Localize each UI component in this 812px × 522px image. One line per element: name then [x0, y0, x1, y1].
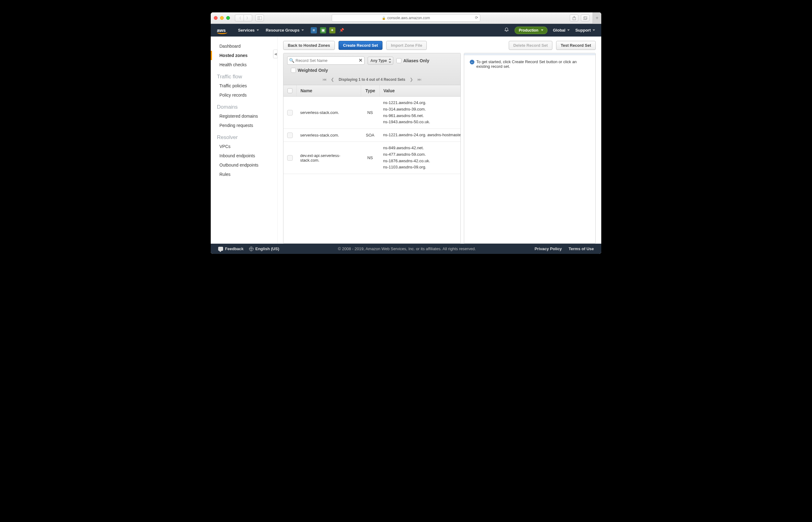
- forward-button[interactable]: 〉: [244, 15, 252, 21]
- notifications-icon[interactable]: [504, 27, 509, 34]
- search-wrapper: 🔍 ✕: [287, 56, 365, 65]
- footer-copyright: © 2008 - 2019, Amazon Web Services, Inc.…: [338, 246, 476, 251]
- globe-icon: [249, 247, 253, 251]
- sidebar-item-outbound-endpoints[interactable]: Outbound endpoints: [211, 160, 277, 170]
- terms-link[interactable]: Terms of Use: [569, 246, 594, 251]
- column-header-name[interactable]: Name: [296, 85, 361, 96]
- checkbox-icon: [291, 68, 296, 73]
- back-button[interactable]: 〈: [235, 15, 244, 21]
- environment-selector[interactable]: Production: [515, 27, 547, 34]
- traffic-lights: [214, 16, 230, 20]
- minimize-window-icon[interactable]: [220, 16, 224, 20]
- table-row[interactable]: serverless-stack.com.NSns-1221.awsdns-24…: [284, 97, 460, 129]
- svg-rect-5: [584, 16, 587, 19]
- sidebar-item-health-checks[interactable]: Health checks: [211, 60, 277, 69]
- clear-search-icon[interactable]: ✕: [359, 58, 363, 63]
- share-button[interactable]: [570, 15, 578, 21]
- sidebar-item-vpcs[interactable]: VPCs: [211, 142, 277, 151]
- pin-icon[interactable]: 📌: [338, 27, 345, 34]
- sidebar-item-hosted-zones[interactable]: Hosted zones: [211, 51, 277, 60]
- sidebar-section-resolver: Resolver: [211, 130, 277, 142]
- prev-page-icon[interactable]: ❮: [331, 77, 334, 82]
- column-header-value[interactable]: Value: [379, 85, 460, 96]
- reload-icon[interactable]: ⟳: [475, 16, 478, 20]
- select-all-checkbox[interactable]: [288, 88, 292, 93]
- browser-window: 〈 〉 🔒 console.aws.amazon.com ⟳ + aws Ser…: [211, 13, 601, 254]
- cell-value: ns-849.awsdns-42.net.ns-477.awsdns-59.co…: [379, 142, 460, 174]
- sidebar-item-rules[interactable]: Rules: [211, 170, 277, 179]
- first-page-icon[interactable]: ⏮: [322, 77, 327, 82]
- feedback-link[interactable]: Feedback: [218, 246, 244, 251]
- row-checkbox[interactable]: [287, 155, 293, 161]
- search-input[interactable]: [287, 56, 365, 65]
- tabs-button[interactable]: [581, 15, 589, 21]
- svg-rect-0: [257, 16, 262, 20]
- aliases-only-checkbox[interactable]: Aliases Only: [396, 58, 429, 63]
- caret-down-icon: [567, 29, 570, 31]
- shortcut-icon-2[interactable]: ▣: [320, 27, 326, 34]
- weighted-only-checkbox[interactable]: Weighted Only: [291, 68, 457, 73]
- table-body: serverless-stack.com.NSns-1221.awsdns-24…: [284, 97, 460, 243]
- create-record-set-button[interactable]: Create Record Set: [338, 41, 383, 50]
- sidebar-item-traffic-policies[interactable]: Traffic policies: [211, 81, 277, 91]
- lock-icon: 🔒: [382, 16, 386, 20]
- sidebar-item-policy-records[interactable]: Policy records: [211, 91, 277, 100]
- shortcut-icon-1[interactable]: ≡: [311, 27, 317, 34]
- delete-record-set-button[interactable]: Delete Record Set: [509, 41, 553, 50]
- last-page-icon[interactable]: ⏭: [417, 77, 421, 82]
- info-icon: ←: [470, 60, 474, 64]
- cell-type: NS: [361, 107, 379, 118]
- sidebar-item-inbound-endpoints[interactable]: Inbound endpoints: [211, 151, 277, 160]
- sidebar-toggle-button[interactable]: [255, 15, 264, 21]
- region-selector[interactable]: Global: [553, 28, 570, 33]
- language-selector[interactable]: English (US): [249, 246, 279, 251]
- filter-bar: 🔍 ✕ Any Type Aliases Only: [284, 53, 460, 85]
- url-bar[interactable]: 🔒 console.aws.amazon.com ⟳: [332, 14, 480, 22]
- caret-down-icon: [592, 29, 595, 31]
- maximize-window-icon[interactable]: [226, 16, 230, 20]
- sidebar-item-pending-requests[interactable]: Pending requests: [211, 121, 277, 130]
- pager: ⏮ ❮ Displaying 1 to 4 out of 4 Record Se…: [287, 77, 457, 82]
- import-zone-file-button[interactable]: Import Zone File: [386, 41, 427, 50]
- caret-down-icon: [301, 29, 304, 31]
- resource-groups-menu[interactable]: Resource Groups: [266, 28, 304, 33]
- content-area: ◀ DashboardHosted zonesHealth checks Tra…: [211, 37, 601, 244]
- sidebar: ◀ DashboardHosted zonesHealth checks Tra…: [211, 37, 277, 244]
- back-to-hosted-zones-button[interactable]: Back to Hosted Zones: [283, 41, 335, 50]
- row-checkbox[interactable]: [287, 133, 293, 138]
- browser-chrome: 〈 〉 🔒 console.aws.amazon.com ⟳ +: [211, 13, 601, 24]
- support-menu[interactable]: Support: [575, 28, 595, 33]
- sidebar-item-registered-domains[interactable]: Registered domains: [211, 112, 277, 121]
- cell-name: dev.ext-api.serverless-stack.com.: [296, 150, 361, 166]
- svg-rect-4: [583, 17, 586, 20]
- close-window-icon[interactable]: [214, 16, 217, 20]
- record-list-panel: 🔍 ✕ Any Type Aliases Only: [283, 53, 461, 244]
- next-page-icon[interactable]: ❯: [410, 77, 413, 82]
- cell-name: serverless-stack.com.: [296, 107, 361, 118]
- table-row[interactable]: dev.ext-api.serverless-stack.com.NSns-84…: [284, 142, 460, 174]
- new-tab-button[interactable]: +: [592, 13, 601, 24]
- caret-down-icon: [541, 29, 543, 31]
- footer: Feedback English (US) © 2008 - 2019, Ama…: [211, 244, 601, 254]
- details-hint: ← To get started, click Create Record Se…: [464, 55, 596, 73]
- shortcut-icon-3[interactable]: ✦: [329, 27, 335, 34]
- chat-icon: [218, 247, 223, 251]
- type-filter-select[interactable]: Any Type: [368, 57, 393, 65]
- row-checkbox[interactable]: [287, 110, 293, 116]
- toolbar: Back to Hosted Zones Create Record Set I…: [283, 41, 596, 50]
- services-menu[interactable]: Services: [238, 28, 259, 33]
- table-header: Name Type Value: [284, 85, 460, 97]
- cell-value: ns-1221.awsdns-24.org. awsdns-hostmaster…: [379, 129, 460, 141]
- sidebar-collapse-button[interactable]: ◀: [273, 49, 277, 58]
- sidebar-item-dashboard[interactable]: Dashboard: [211, 41, 277, 51]
- column-header-type[interactable]: Type: [361, 85, 379, 96]
- sidebar-section-traffic-flow: Traffic flow: [211, 69, 277, 81]
- test-record-set-button[interactable]: Test Record Set: [556, 41, 596, 50]
- cell-value: ns-1221.awsdns-24.org.ns-314.awsdns-39.c…: [379, 97, 460, 128]
- aws-logo[interactable]: aws: [217, 27, 226, 33]
- caret-down-icon: [256, 29, 259, 31]
- nav-buttons: 〈 〉: [235, 15, 252, 21]
- checkbox-icon: [396, 58, 401, 63]
- table-row[interactable]: serverless-stack.com.SOAns-1221.awsdns-2…: [284, 129, 460, 142]
- privacy-link[interactable]: Privacy Policy: [535, 246, 562, 251]
